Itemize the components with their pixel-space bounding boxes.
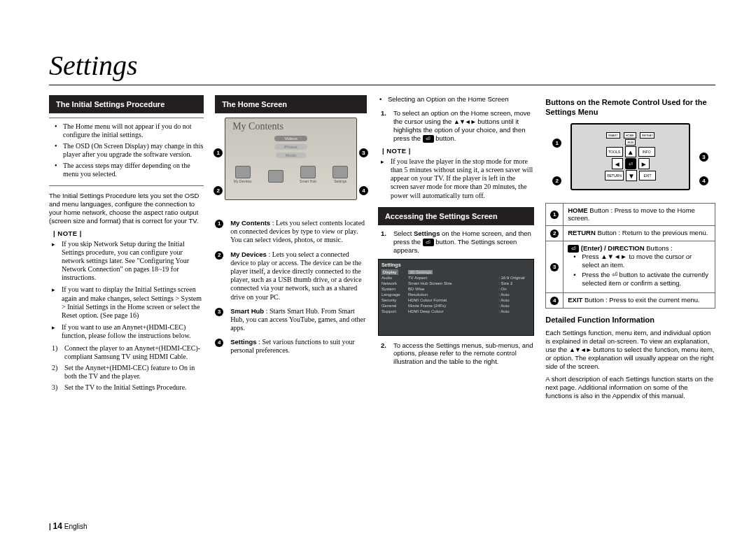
remote-btn-enter: ⏎ — [625, 158, 636, 169]
table-row: 2 RETURN Button : Return to the previous… — [546, 226, 715, 241]
accessing-settings-step: To access the Settings menus, sub-menus,… — [393, 341, 534, 367]
step-item: Set the Anynet+(HDMI-CEC) feature to On … — [64, 364, 204, 381]
sub-item: Press the ⏎ button to activate the curre… — [582, 271, 710, 288]
remote-btn-up: ▲ — [625, 146, 636, 157]
initial-settings-notes: If you skip Network Setup during the Ini… — [49, 240, 204, 341]
menu-pill: Photos — [274, 144, 307, 150]
table-cell: HOME Button : Press to move to the Home … — [564, 203, 715, 226]
remote-top-row: SMART HOME REPEAT — [606, 132, 655, 139]
step-item: Connect the player to an Anynet+(HDMI-CE… — [64, 344, 204, 361]
home-screen-fig-iconbar: My Devices Smart Hub Settings — [225, 166, 356, 183]
settings-screen-figure: Settings Display3D SettingsAudioTV Aspec… — [378, 259, 534, 336]
accessing-settings-step: Select Settings on the Home screen, and … — [393, 229, 534, 255]
home-item-text: Settings : Set various functions to suit… — [230, 338, 367, 355]
page-number: 14 — [53, 521, 62, 531]
topbox-item: The Home menu will not appear if you do … — [63, 122, 204, 139]
remote-buttons-table: 1 HOME Button : Press to move to the Hom… — [545, 203, 715, 309]
initial-settings-steps: Connect the player to an Anynet+(HDMI-CE… — [49, 344, 204, 392]
direction-arrows-icon: ▲▼◄► — [569, 346, 592, 354]
columns: The Initial Settings Procedure The Home … — [49, 95, 715, 404]
circle-1-icon: 1 — [550, 211, 559, 219]
fig-icon-label: My Devices — [234, 179, 252, 183]
column-1: The Initial Settings Procedure The Home … — [49, 95, 204, 404]
accessing-settings-steps-2: To access the Settings menus, sub-menus,… — [378, 341, 534, 367]
home-item-4: 4 Settings : Set various functions to su… — [215, 338, 367, 355]
remote-dir-row: ◄ ⏎ ► — [612, 158, 650, 169]
remote-pad: SMART HOME REPEAT HUB TOOLS ▲ INFO ◄ ⏎ ► — [570, 123, 690, 190]
select-option-steps: To select an option on the Home screen, … — [378, 109, 534, 143]
note-item: If you want to use an Anynet+(HDMI-CEC) … — [62, 323, 204, 340]
detail-heading: Detailed Function Information — [545, 316, 715, 325]
remote-buttons-heading: Buttons on the Remote Control Used for t… — [545, 98, 715, 118]
menu-pill: Videos — [274, 136, 307, 141]
circle-4-icon: 4 — [550, 297, 559, 305]
remote-btn-down: ▼ — [626, 170, 637, 181]
home-screen-fig-title: My Contents — [225, 118, 356, 132]
circle-2-icon: 2 — [550, 229, 559, 238]
initial-settings-topbox: The Home menu will not appear if you do … — [49, 118, 204, 186]
select-option-step: To select an option on the Home screen, … — [393, 109, 534, 143]
fig-icon-label: Smart Hub — [300, 179, 316, 183]
note-label: NOTE — [53, 229, 204, 237]
fig-icon: Settings — [332, 166, 348, 183]
direction-sub-list: Press ▲▼◄► to move the cursor or select … — [568, 253, 710, 288]
page-footer: 14 English — [49, 521, 88, 531]
circle-1-icon: 1 — [215, 220, 223, 228]
circle-2-icon: 2 — [215, 251, 223, 260]
topbox-item: The OSD (On Screen Display) may change i… — [63, 142, 204, 159]
accessing-settings-heading: Accessing the Settings Screen — [378, 207, 534, 225]
sub-item: Press ▲▼◄► to move the cursor or select … — [582, 253, 710, 269]
remote-btn-tools: TOOLS — [606, 147, 623, 157]
fig-icon: My Devices — [234, 166, 252, 183]
callout-1-icon: 1 — [214, 148, 223, 157]
remote-btn-exit: EXIT — [639, 171, 656, 181]
remote-btn-smart: SMART — [606, 132, 620, 139]
home-screen-heading: The Home Screen — [215, 95, 367, 113]
fig-icon-label: Settings — [334, 179, 346, 183]
select-option-notes: If you leave the player in the stop mode… — [378, 157, 534, 200]
callout-4-icon: 4 — [359, 186, 368, 195]
fig-icon: Smart Hub — [300, 166, 316, 183]
detail-paragraph-2: A short description of each Settings fun… — [545, 375, 715, 400]
table-cell: ⏎ (Enter) / DIRECTION Buttons : Press ▲▼… — [564, 241, 715, 292]
enter-icon: ⏎ — [568, 245, 579, 253]
menu-pill: Music — [276, 153, 307, 158]
home-item-text: My Contents : Lets you select contents l… — [230, 219, 367, 245]
detail-paragraph-1: Each Settings function, menu item, and i… — [545, 329, 715, 371]
remote-mid-row: TOOLS ▲ INFO — [606, 146, 655, 157]
column-2: The Home Screen My Contents Videos Photo… — [215, 95, 367, 404]
remote-btn-home: HOME — [624, 132, 636, 139]
callout-3-icon: 3 — [359, 148, 368, 157]
callout-1-icon: 1 — [552, 139, 561, 148]
home-item-text: Smart Hub : Starts Smart Hub. From Smart… — [230, 307, 367, 333]
home-screen-fig-menu: Videos Photos Music — [225, 134, 356, 159]
enter-icon: ⏎ — [423, 135, 434, 143]
remote-btn-return: RETURN — [605, 171, 624, 181]
remote-hub-row: HUB — [625, 139, 635, 146]
table-cell: RETURN Button : Return to the previous m… — [564, 226, 715, 241]
step-item: Set the TV to the Initial Settings Proce… — [64, 383, 204, 392]
table-row: 4 EXIT Button : Press to exit the curren… — [546, 293, 715, 308]
remote-btn-repeat: REPEAT — [640, 132, 655, 139]
note-label: NOTE — [382, 147, 534, 155]
select-option-text: Selecting an Option on the Home Screen — [388, 95, 534, 104]
remote-btn-info: INFO — [638, 147, 655, 157]
home-item-3: 3 Smart Hub : Starts Smart Hub. From Sma… — [215, 307, 367, 333]
enter-icon: ⏎ — [423, 239, 434, 246]
callout-4-icon: 4 — [699, 176, 708, 185]
direction-arrows-icon: ▲▼◄► — [454, 118, 476, 126]
initial-settings-heading: The Initial Settings Procedure — [49, 95, 204, 113]
note-item: If you want to display the Initial Setti… — [62, 285, 204, 320]
home-screen-figure: My Contents Videos Photos Music My Devic… — [215, 118, 367, 212]
page-title: Settings — [49, 49, 715, 85]
table-cell: EXIT Button : Press to exit the current … — [564, 293, 715, 308]
callout-3-icon: 3 — [699, 153, 708, 162]
home-item-2: 2 My Devices : Lets you select a connect… — [215, 250, 367, 302]
circle-3-icon: 3 — [550, 263, 559, 271]
fig-icon — [268, 170, 284, 183]
remote-btn-right: ► — [638, 158, 650, 169]
remote-figure: SMART HOME REPEAT HUB TOOLS ▲ INFO ◄ ⏎ ► — [545, 122, 715, 199]
initial-settings-intro: The Initial Settings Procedure lets you … — [49, 192, 204, 225]
topbox-item: The access steps may differ depending on… — [63, 162, 204, 178]
table-row: 3 ⏎ (Enter) / DIRECTION Buttons : Press … — [546, 241, 715, 292]
